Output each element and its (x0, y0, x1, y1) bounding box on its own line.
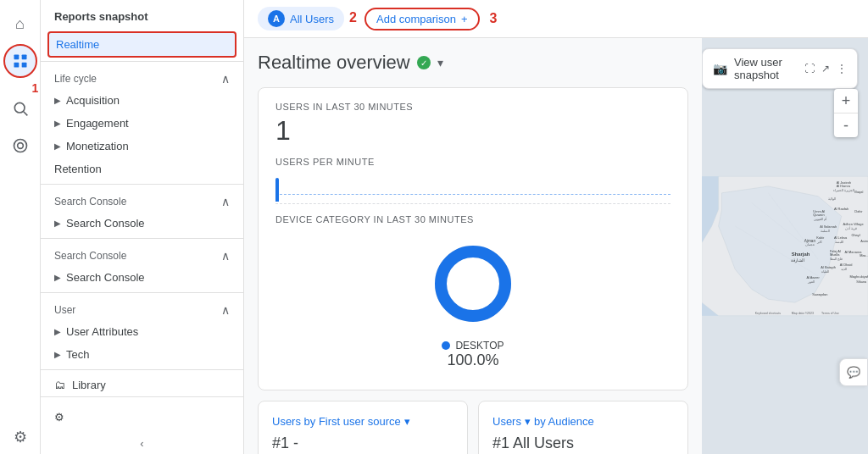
annotation-1: 1 (32, 81, 39, 95)
svg-text:Al Aweer: Al Aweer (806, 275, 820, 280)
title-dropdown[interactable]: ▾ (437, 56, 443, 69)
svg-text:الذيد: الذيد (841, 267, 847, 271)
svg-text:Al Hamra: Al Hamra (837, 185, 851, 189)
sidebar-item-user-attributes[interactable]: ▶ User Attributes (41, 320, 243, 343)
svg-text:Baqal: Baqal (854, 190, 863, 194)
snapshot-camera-icon: 📷 (713, 62, 727, 75)
left-panel: Realtime overview ▾ USERS IN LAST 30 MIN… (244, 38, 702, 454)
sidebar-item-engagement[interactable]: ▶ Engagement (41, 112, 243, 135)
annotation-3: 3 (490, 11, 498, 25)
add-comparison-button[interactable]: Add comparison + (364, 8, 480, 30)
svg-text:الشارقة: الشارقة (791, 257, 804, 263)
desktop-legend-label: DESKTOP (455, 340, 504, 352)
feedback-icon: 💬 (847, 366, 860, 379)
svg-text:Terms of Use: Terms of Use (821, 312, 839, 315)
engagement-label: Engagement (66, 117, 129, 130)
settings-gear-icon: ⚙ (54, 411, 64, 424)
sc1-arrow: ▶ (54, 219, 61, 228)
all-users-filter[interactable]: A All Users (258, 7, 344, 30)
first-user-source-rank: #1 - (272, 435, 453, 452)
svg-text:العور: العور (807, 280, 815, 284)
content-area: Realtime overview ▾ USERS IN LAST 30 MIN… (244, 38, 868, 454)
svg-text:الولاية: الولاية (828, 197, 836, 201)
svg-line-5 (23, 112, 27, 116)
library-icon: 🗂 (54, 379, 65, 391)
user-section-header[interactable]: User ∧ (41, 296, 243, 320)
sidebar-item-library[interactable]: 🗂 Library (41, 374, 243, 396)
zoom-out-button[interactable]: - (834, 114, 858, 137)
explore-nav-icon[interactable] (3, 91, 37, 125)
settings-bottom[interactable]: ⚙ (3, 420, 37, 454)
audience-title[interactable]: Users ▾ by Audience (492, 415, 674, 428)
svg-text:Al Dhaid: Al Dhaid (840, 263, 853, 267)
first-user-source-label: Users by First user source (272, 415, 401, 428)
sc2-label: Search Console (66, 271, 145, 284)
svg-text:Dahir: Dahir (854, 209, 863, 213)
users-last-30-label: USERS IN LAST 30 MINUTES (275, 102, 670, 112)
donut-chart (431, 241, 515, 326)
lifecycle-label: Life cycle (54, 73, 97, 85)
audience-rank: #1 All Users (492, 435, 674, 452)
library-label: Library (72, 379, 106, 391)
svg-text:Al Lebsa: Al Lebsa (834, 235, 848, 240)
sidebar-item-retention[interactable]: Retention (41, 158, 243, 180)
acquisition-label: Acquisition (66, 94, 120, 107)
first-user-source-card: Users by First user source ▾ #1 - No dat… (258, 401, 468, 454)
svg-text:Al Jazirah: Al Jazirah (837, 180, 851, 185)
svg-rect-1 (21, 55, 26, 60)
svg-text:Keyboard shortcuts: Keyboard shortcuts (755, 312, 782, 315)
tech-arrow: ▶ (54, 350, 61, 359)
sidebar-item-search-console-2[interactable]: ▶ Search Console (41, 266, 243, 289)
search-console-header-2[interactable]: Search Console ∧ (41, 242, 243, 266)
svg-point-4 (14, 102, 25, 113)
user-attr-arrow: ▶ (54, 327, 61, 336)
bar-1 (275, 178, 279, 202)
main-area: A All Users 2 Add comparison + 3 Realtim… (244, 0, 868, 454)
svg-text:Maghrubiyah: Maghrubiyah (849, 274, 868, 279)
sidebar: Reports snapshot Realtime Life cycle ∧ ▶… (41, 0, 244, 454)
sidebar-item-realtime[interactable]: Realtime (47, 31, 236, 58)
audience-label: Users (492, 415, 521, 428)
view-snapshot-label: View user snapshot (734, 56, 798, 81)
sidebar-item-search-console-1[interactable]: ▶ Search Console (41, 212, 243, 235)
audience-dropdown[interactable]: ▾ (525, 415, 531, 428)
audience-card: Users ▾ by Audience #1 All Users 1 (478, 401, 688, 454)
svg-text:السلمة: السلمة (821, 229, 830, 233)
add-comparison-label: Add comparison (376, 13, 456, 25)
svg-point-6 (14, 140, 26, 152)
zoom-in-button[interactable]: + (834, 89, 858, 113)
search-console-section-1: Search Console ∧ ▶ Search Console (41, 184, 243, 235)
view-snapshot-button[interactable]: 📷 View user snapshot ⛶ ↗ ⋮ (702, 48, 858, 89)
home-nav-icon[interactable]: ⌂ (3, 7, 37, 41)
user-section-label: User (54, 304, 75, 316)
lifecycle-header[interactable]: Life cycle ∧ (41, 65, 243, 89)
sidebar-item-tech[interactable]: ▶ Tech (41, 343, 243, 366)
first-user-source-title[interactable]: Users by First user source ▾ (272, 415, 453, 428)
collapse-sidebar-button[interactable]: ‹ (41, 430, 243, 454)
lifecycle-chevron: ∧ (221, 72, 230, 86)
sc2-arrow: ▶ (54, 273, 61, 282)
user-section: User ∧ ▶ User Attributes ▶ Tech (41, 292, 243, 366)
share-icon: ⋮ (837, 63, 847, 75)
sidebar-item-monetization[interactable]: ▶ Monetization (41, 135, 243, 158)
first-user-source-dropdown[interactable]: ▾ (404, 415, 410, 428)
svg-point-9 (441, 252, 505, 316)
feedback-button[interactable]: 💬 (839, 358, 868, 386)
settings-icon[interactable]: ⚙ (3, 420, 37, 454)
library-section: 🗂 Library (41, 369, 243, 396)
acquisition-arrow: ▶ (54, 96, 61, 105)
advertising-nav-icon[interactable] (3, 129, 37, 163)
reports-nav-icon[interactable] (3, 44, 37, 78)
user-attributes-label: User Attributes (66, 325, 138, 338)
device-category-label: DEVICE CATEGORY IN LAST 30 MINUTES (275, 214, 670, 224)
search-console-header-1[interactable]: Search Console ∧ (41, 188, 243, 212)
sidebar-item-acquisition[interactable]: ▶ Acquisition (41, 89, 243, 112)
svg-text:الجزيرة الحمراء: الجزيرة الحمراء (833, 188, 854, 192)
svg-text:Al Salamah: Al Salamah (820, 224, 837, 229)
sidebar-bottom: ⚙ ‹ (41, 396, 243, 454)
svg-text:Sifuwa: Sifuwa (856, 280, 867, 284)
desktop-pct: 100.0% (447, 352, 498, 369)
sidebar-settings[interactable]: ⚙ (41, 404, 243, 430)
dashed-line (275, 194, 670, 195)
stats-card: USERS IN LAST 30 MINUTES 1 USERS PER MIN… (258, 87, 688, 390)
